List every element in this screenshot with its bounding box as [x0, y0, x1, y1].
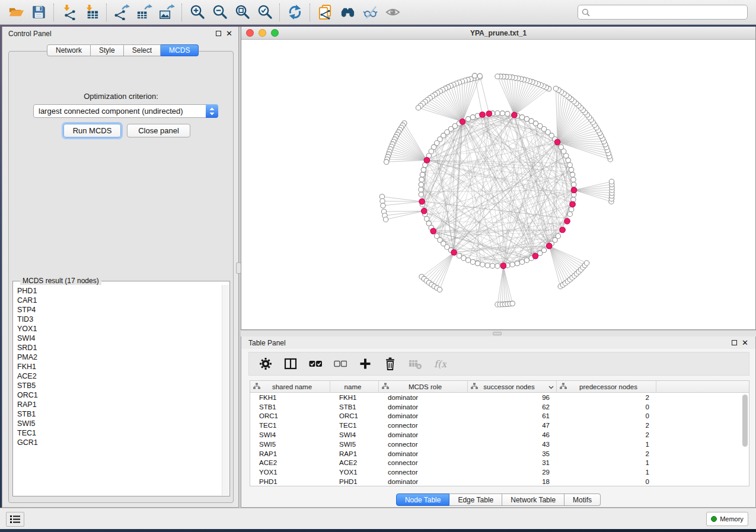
- cell-name[interactable]: SWI5: [330, 441, 379, 448]
- cell-shared-name[interactable]: FKH1: [250, 394, 330, 401]
- mcds-result-item[interactable]: SRD1: [17, 343, 218, 352]
- table-row[interactable]: SWI5SWI5connector431: [250, 440, 749, 449]
- column-header-predecessor-nodes[interactable]: predecessor nodes: [557, 381, 656, 392]
- cell-shared-name[interactable]: RAP1: [250, 450, 330, 457]
- mcds-result-item[interactable]: SWI4: [17, 334, 218, 343]
- mcds-result-item[interactable]: CAR1: [17, 296, 218, 305]
- cell-name[interactable]: YOX1: [330, 469, 379, 476]
- cell-predecessor-nodes[interactable]: 2: [557, 450, 656, 457]
- cell-successor-nodes[interactable]: 46: [468, 431, 557, 438]
- close-panel-icon[interactable]: ✕: [226, 31, 232, 36]
- cell-successor-nodes[interactable]: 61: [468, 412, 557, 419]
- mcds-result-item[interactable]: SWI5: [17, 419, 218, 428]
- cell-shared-name[interactable]: YOX1: [250, 469, 330, 476]
- cell-MCDS-role[interactable]: dominator: [379, 478, 468, 485]
- delete-row-button[interactable]: [382, 355, 398, 372]
- cell-shared-name[interactable]: PHD1: [250, 478, 330, 485]
- mcds-result-item[interactable]: STP4: [17, 305, 218, 315]
- mcds-result-item[interactable]: STB5: [17, 381, 218, 390]
- cell-MCDS-role[interactable]: connector: [379, 422, 468, 429]
- cell-MCDS-role[interactable]: dominator: [379, 450, 468, 457]
- cell-predecessor-nodes[interactable]: 2: [557, 431, 656, 438]
- zoom-fit-button[interactable]: [231, 2, 253, 23]
- search-objects-button[interactable]: [336, 2, 359, 23]
- column-header-name[interactable]: name: [330, 381, 379, 392]
- table-row[interactable]: FKH1FKH1dominator962: [250, 393, 749, 402]
- cell-predecessor-nodes[interactable]: 0: [557, 412, 656, 419]
- cell-name[interactable]: TEC1: [330, 422, 379, 429]
- table-row[interactable]: YOX1YOX1connector291: [250, 467, 749, 477]
- tab-network[interactable]: Network: [47, 44, 91, 56]
- horizontal-splitter-grip[interactable]: [493, 332, 502, 335]
- import-network-button[interactable]: [58, 2, 80, 23]
- mcds-result-item[interactable]: ORC1: [17, 390, 218, 400]
- cell-successor-nodes[interactable]: 47: [468, 422, 557, 429]
- mcds-result-item[interactable]: PMA2: [17, 352, 218, 362]
- cell-successor-nodes[interactable]: 35: [468, 450, 557, 457]
- cell-successor-nodes[interactable]: 96: [468, 394, 557, 401]
- tab-select[interactable]: Select: [124, 44, 161, 56]
- optimization-criterion-select[interactable]: largest connected component (undirected): [33, 104, 218, 118]
- cell-successor-nodes[interactable]: 62: [468, 403, 557, 411]
- export-table-button[interactable]: [133, 2, 155, 23]
- table-row[interactable]: STB1STB1dominator620: [250, 402, 749, 412]
- table-scrollbar-thumb[interactable]: [742, 395, 748, 447]
- deselect-all-button[interactable]: [332, 355, 349, 372]
- cell-shared-name[interactable]: ACE2: [250, 459, 330, 466]
- column-header-MCDS-role[interactable]: MCDS role: [379, 381, 468, 392]
- cell-predecessor-nodes[interactable]: 2: [557, 422, 656, 429]
- cell-MCDS-role[interactable]: dominator: [379, 431, 468, 438]
- search-box[interactable]: [578, 5, 748, 20]
- mcds-result-item[interactable]: PHD1: [17, 286, 218, 296]
- cell-MCDS-role[interactable]: connector: [379, 441, 468, 448]
- cell-name[interactable]: FKH1: [330, 394, 379, 401]
- cell-MCDS-role[interactable]: dominator: [379, 403, 468, 411]
- cell-name[interactable]: STB1: [330, 403, 379, 411]
- share-document-button[interactable]: [314, 2, 336, 23]
- cell-successor-nodes[interactable]: 31: [468, 459, 557, 466]
- cell-shared-name[interactable]: SWI5: [250, 441, 330, 448]
- cell-predecessor-nodes[interactable]: 0: [557, 478, 656, 485]
- open-file-button[interactable]: [5, 2, 27, 23]
- zoom-in-button[interactable]: [186, 2, 208, 23]
- cell-name[interactable]: RAP1: [330, 450, 379, 457]
- zoom-selected-button[interactable]: [253, 2, 276, 23]
- table-row[interactable]: TEC1TEC1connector472: [250, 421, 749, 430]
- table-row[interactable]: PHD1PHD1dominator180: [250, 477, 749, 486]
- cell-name[interactable]: PHD1: [330, 478, 379, 485]
- cell-predecessor-nodes[interactable]: 1: [557, 441, 656, 448]
- import-table-button[interactable]: [80, 2, 103, 23]
- mcds-result-item[interactable]: ACE2: [17, 371, 218, 381]
- table-row[interactable]: ACE2ACE2connector311: [250, 459, 749, 468]
- cell-name[interactable]: ACE2: [330, 459, 379, 466]
- tab-motifs[interactable]: Motifs: [564, 493, 601, 506]
- cell-name[interactable]: SWI4: [330, 431, 379, 438]
- cell-MCDS-role[interactable]: connector: [379, 469, 468, 476]
- tab-edge-table[interactable]: Edge Table: [449, 493, 502, 506]
- cell-shared-name[interactable]: ORC1: [250, 412, 330, 419]
- mcds-result-item[interactable]: RAP1: [17, 400, 218, 409]
- tab-style[interactable]: Style: [91, 44, 124, 56]
- node-table[interactable]: shared namenameMCDS rolesuccessor nodesp…: [250, 380, 749, 486]
- add-row-button[interactable]: [357, 355, 374, 372]
- mcds-result-item[interactable]: TEC1: [17, 428, 218, 438]
- table-row[interactable]: RAP1RAP1dominator352: [250, 449, 749, 459]
- network-window-titlebar[interactable]: YPA_prune.txt_1: [241, 27, 755, 40]
- mcds-result-item[interactable]: STB1: [17, 409, 218, 419]
- refresh-button[interactable]: [283, 2, 306, 23]
- mcds-result-item[interactable]: FKH1: [17, 362, 218, 371]
- save-session-button[interactable]: [27, 2, 50, 23]
- export-image-button[interactable]: [155, 2, 178, 23]
- cell-successor-nodes[interactable]: 43: [468, 441, 557, 448]
- cell-shared-name[interactable]: SWI4: [250, 431, 330, 438]
- close-panel-button[interactable]: Close panel: [127, 124, 190, 137]
- search-input[interactable]: [590, 8, 744, 17]
- zoom-out-button[interactable]: [208, 2, 231, 23]
- cell-predecessor-nodes[interactable]: 1: [557, 459, 656, 466]
- column-header-successor-nodes[interactable]: successor nodes: [468, 381, 557, 392]
- close-panel-icon[interactable]: ✕: [742, 340, 748, 345]
- memory-button[interactable]: Memory: [706, 512, 748, 526]
- column-view-button[interactable]: [282, 355, 299, 372]
- cell-successor-nodes[interactable]: 29: [468, 469, 557, 476]
- mcds-result-item[interactable]: TID3: [17, 315, 218, 324]
